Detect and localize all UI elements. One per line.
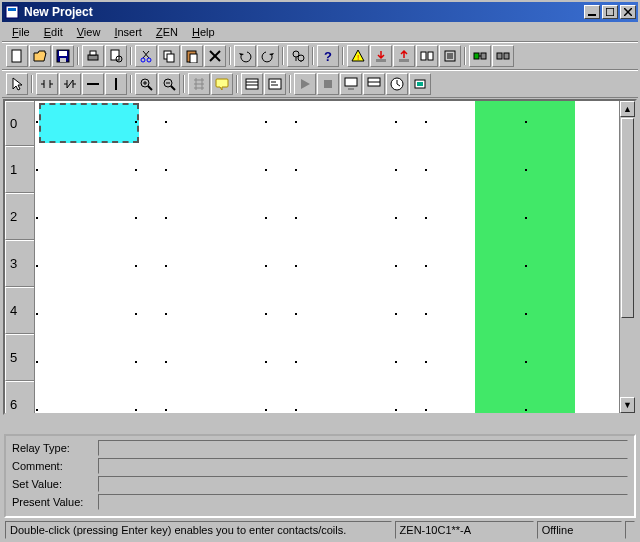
horizontal-scrollbar-area bbox=[3, 416, 637, 432]
title-bar: New Project bbox=[2, 2, 638, 22]
row-header-2[interactable]: 2 bbox=[5, 193, 34, 240]
open-button[interactable] bbox=[29, 45, 51, 67]
svg-rect-21 bbox=[190, 54, 197, 63]
menu-zen[interactable]: ZEN bbox=[150, 24, 184, 40]
vertical-scrollbar[interactable]: ▲ ▼ bbox=[619, 101, 635, 413]
zoom-out-button[interactable] bbox=[158, 73, 180, 95]
scroll-down-arrow[interactable]: ▼ bbox=[620, 397, 635, 413]
menu-view[interactable]: View bbox=[71, 24, 107, 40]
print-button[interactable] bbox=[82, 45, 104, 67]
svg-rect-19 bbox=[167, 54, 174, 62]
row-header-5[interactable]: 5 bbox=[5, 334, 34, 381]
stop-button[interactable] bbox=[317, 73, 339, 95]
svg-rect-31 bbox=[421, 52, 426, 60]
svg-rect-8 bbox=[59, 51, 67, 56]
info-panel: Relay Type: Comment: Set Value: Present … bbox=[4, 434, 636, 518]
memory-button[interactable] bbox=[409, 73, 431, 95]
relay-type-field bbox=[98, 440, 628, 456]
toolbar-ladder bbox=[2, 70, 638, 98]
separator bbox=[280, 45, 286, 67]
minimize-button[interactable] bbox=[584, 5, 600, 19]
menu-help[interactable]: Help bbox=[186, 24, 221, 40]
monitor-a-button[interactable] bbox=[340, 73, 362, 95]
window-buttons bbox=[584, 5, 636, 19]
row-header-column: 0 1 2 3 4 5 6 bbox=[5, 101, 35, 413]
menu-edit[interactable]: Edit bbox=[38, 24, 69, 40]
app-window: New Project File Edit View Insert ZEN He… bbox=[0, 0, 640, 542]
print-preview-button[interactable] bbox=[105, 45, 127, 67]
comment-label: Comment: bbox=[12, 460, 98, 472]
compare-button[interactable] bbox=[416, 45, 438, 67]
grid-button[interactable] bbox=[188, 73, 210, 95]
download-button[interactable] bbox=[370, 45, 392, 67]
present-value-label: Present Value: bbox=[12, 496, 98, 508]
row-header-1[interactable]: 1 bbox=[5, 146, 34, 193]
maximize-button[interactable] bbox=[602, 5, 618, 19]
cut-button[interactable] bbox=[135, 45, 157, 67]
row-header-3[interactable]: 3 bbox=[5, 240, 34, 287]
pointer-tool[interactable] bbox=[6, 73, 28, 95]
clock-set-button[interactable] bbox=[386, 73, 408, 95]
svg-rect-63 bbox=[246, 79, 258, 89]
monitor-b-button[interactable] bbox=[363, 73, 385, 95]
ladder-canvas[interactable] bbox=[35, 101, 635, 413]
copy-button[interactable] bbox=[158, 45, 180, 67]
status-connection: Offline bbox=[537, 521, 622, 539]
scroll-up-arrow[interactable]: ▲ bbox=[620, 101, 635, 117]
svg-rect-3 bbox=[606, 8, 614, 16]
svg-rect-9 bbox=[60, 58, 66, 62]
status-bar: Double-click (pressing Enter key) enable… bbox=[2, 520, 638, 540]
undo-button[interactable] bbox=[234, 45, 256, 67]
offline-button[interactable] bbox=[492, 45, 514, 67]
menu-insert[interactable]: Insert bbox=[108, 24, 148, 40]
hline-tool[interactable] bbox=[82, 73, 104, 95]
contact-nc-tool[interactable] bbox=[59, 73, 81, 95]
svg-rect-12 bbox=[111, 50, 119, 60]
svg-rect-0 bbox=[6, 6, 18, 18]
contact-no-tool[interactable] bbox=[36, 73, 58, 95]
delete-button[interactable] bbox=[204, 45, 226, 67]
help-button[interactable]: ? bbox=[317, 45, 339, 67]
svg-point-25 bbox=[298, 55, 304, 61]
run-button[interactable] bbox=[294, 73, 316, 95]
separator bbox=[310, 45, 316, 67]
paste-button[interactable] bbox=[181, 45, 203, 67]
menu-bar: File Edit View Insert ZEN Help bbox=[2, 22, 638, 42]
svg-rect-34 bbox=[447, 53, 453, 59]
svg-line-52 bbox=[148, 86, 152, 90]
vline-tool[interactable] bbox=[105, 73, 127, 95]
svg-line-48 bbox=[67, 80, 73, 88]
upload-button[interactable] bbox=[393, 45, 415, 67]
menu-file[interactable]: File bbox=[6, 24, 36, 40]
present-value-field bbox=[98, 494, 628, 510]
set-value-label: Set Value: bbox=[12, 478, 98, 490]
app-icon bbox=[4, 4, 20, 20]
svg-line-56 bbox=[171, 86, 175, 90]
error-check-button[interactable]: ! bbox=[347, 45, 369, 67]
svg-point-17 bbox=[147, 58, 151, 62]
svg-point-16 bbox=[141, 58, 145, 62]
svg-rect-6 bbox=[12, 50, 21, 62]
save-button[interactable] bbox=[52, 45, 74, 67]
toolbar-main: ? ! bbox=[2, 42, 638, 70]
find-button[interactable] bbox=[287, 45, 309, 67]
svg-rect-71 bbox=[348, 88, 354, 90]
scroll-thumb[interactable] bbox=[621, 118, 634, 318]
new-button[interactable] bbox=[6, 45, 28, 67]
svg-text:!: ! bbox=[357, 53, 359, 62]
mnemonic-view-button[interactable] bbox=[264, 73, 286, 95]
separator bbox=[29, 73, 35, 95]
comment-toggle-button[interactable] bbox=[211, 73, 233, 95]
rung-view-button[interactable] bbox=[241, 73, 263, 95]
close-button[interactable] bbox=[620, 5, 636, 19]
row-header-6[interactable]: 6 bbox=[5, 381, 34, 415]
svg-rect-39 bbox=[504, 53, 509, 59]
zoom-in-button[interactable] bbox=[135, 73, 157, 95]
comment-field bbox=[98, 458, 628, 474]
row-header-4[interactable]: 4 bbox=[5, 287, 34, 334]
svg-rect-11 bbox=[90, 51, 96, 55]
redo-button[interactable] bbox=[257, 45, 279, 67]
online-button[interactable] bbox=[469, 45, 491, 67]
row-header-0[interactable]: 0 bbox=[5, 101, 34, 146]
settings-button[interactable] bbox=[439, 45, 461, 67]
